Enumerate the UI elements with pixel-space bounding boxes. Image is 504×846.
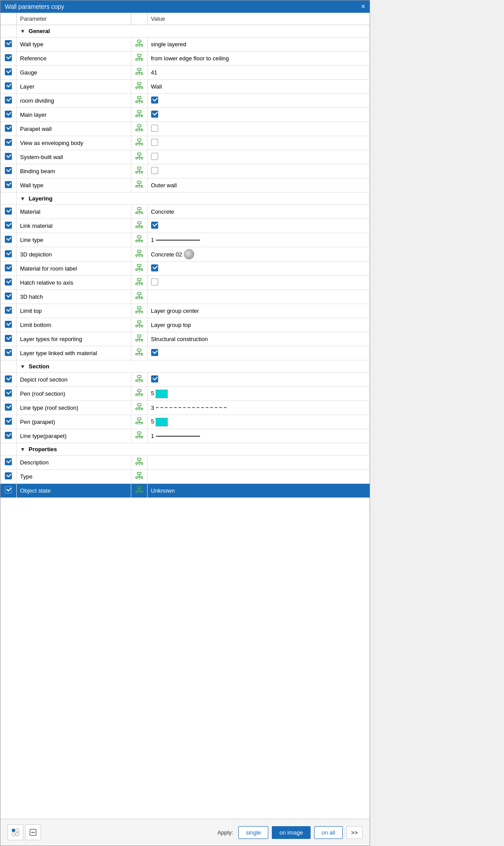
row-anchor[interactable] xyxy=(131,415,147,429)
table-row[interactable]: Reference from lower edge floor to ceili… xyxy=(0,52,370,66)
row-checkbox[interactable] xyxy=(0,52,16,66)
table-row[interactable]: View as enveloping body xyxy=(0,136,370,150)
table-row[interactable]: Pen (parapet) 5 xyxy=(0,415,370,429)
row-anchor[interactable] xyxy=(131,52,147,66)
row-checkbox[interactable] xyxy=(0,456,16,470)
table-row[interactable]: Description xyxy=(0,456,370,470)
row-checkbox[interactable] xyxy=(0,429,16,443)
row-anchor[interactable] xyxy=(131,219,147,233)
row-anchor[interactable] xyxy=(131,66,147,80)
row-checkbox[interactable] xyxy=(0,219,16,233)
row-anchor[interactable] xyxy=(131,484,147,498)
row-checkbox[interactable] xyxy=(0,108,16,122)
row-checkbox[interactable] xyxy=(0,205,16,219)
section-header-row[interactable]: ▼ General xyxy=(0,25,370,37)
row-anchor[interactable] xyxy=(131,205,147,219)
table-row[interactable]: Hatch relative to axis xyxy=(0,276,370,290)
row-anchor[interactable] xyxy=(131,178,147,193)
row-anchor[interactable] xyxy=(131,247,147,262)
row-anchor[interactable] xyxy=(131,401,147,415)
row-anchor[interactable] xyxy=(131,136,147,150)
row-anchor[interactable] xyxy=(131,387,147,401)
table-row[interactable]: Limit bottom Layer group top xyxy=(0,318,370,332)
row-anchor[interactable] xyxy=(131,94,147,108)
row-checkbox[interactable] xyxy=(0,233,16,247)
apply-on-image-button[interactable]: on image xyxy=(272,826,310,839)
row-anchor[interactable] xyxy=(131,470,147,484)
row-checkbox[interactable] xyxy=(0,332,16,346)
row-anchor[interactable] xyxy=(131,456,147,470)
row-anchor[interactable] xyxy=(131,37,147,52)
row-checkbox[interactable] xyxy=(0,304,16,318)
row-anchor[interactable] xyxy=(131,80,147,94)
table-row[interactable]: Layer Wall xyxy=(0,80,370,94)
row-anchor[interactable] xyxy=(131,108,147,122)
row-anchor[interactable] xyxy=(131,276,147,290)
table-row[interactable]: Layer types for reporting Structural con… xyxy=(0,332,370,346)
table-row[interactable]: Pen (roof section) 5 xyxy=(0,387,370,401)
row-anchor[interactable] xyxy=(131,122,147,136)
table-row[interactable]: Type xyxy=(0,470,370,484)
table-row[interactable]: Wall type single layered xyxy=(0,37,370,52)
table-row[interactable]: Line type (roof section) 3 xyxy=(0,401,370,415)
row-anchor[interactable] xyxy=(131,304,147,318)
row-checkbox[interactable] xyxy=(0,136,16,150)
table-row[interactable]: Depict roof section xyxy=(0,373,370,387)
row-anchor[interactable] xyxy=(131,373,147,387)
row-checkbox[interactable] xyxy=(0,262,16,276)
row-anchor[interactable] xyxy=(131,262,147,276)
row-anchor[interactable] xyxy=(131,150,147,164)
row-checkbox[interactable] xyxy=(0,484,16,498)
row-checkbox[interactable] xyxy=(0,66,16,80)
row-anchor[interactable] xyxy=(131,332,147,346)
table-row[interactable]: Object state Unknown xyxy=(0,484,370,498)
row-checkbox[interactable] xyxy=(0,470,16,484)
row-checkbox[interactable] xyxy=(0,80,16,94)
row-anchor[interactable] xyxy=(131,290,147,304)
row-checkbox[interactable] xyxy=(0,290,16,304)
table-row[interactable]: 3D depiction Concrete 02 xyxy=(0,247,370,262)
row-checkbox[interactable] xyxy=(0,373,16,387)
row-checkbox[interactable] xyxy=(0,346,16,360)
row-checkbox[interactable] xyxy=(0,401,16,415)
row-anchor[interactable] xyxy=(131,318,147,332)
table-row[interactable]: Gauge 41 xyxy=(0,66,370,80)
row-checkbox[interactable] xyxy=(0,150,16,164)
section-header-row[interactable]: ▼ Properties xyxy=(0,443,370,456)
row-checkbox[interactable] xyxy=(0,415,16,429)
row-checkbox[interactable] xyxy=(0,387,16,401)
select-all-button[interactable] xyxy=(7,824,23,840)
table-row[interactable]: Parapet wall xyxy=(0,122,370,136)
row-anchor[interactable] xyxy=(131,164,147,178)
row-anchor[interactable] xyxy=(131,233,147,247)
row-checkbox[interactable] xyxy=(0,164,16,178)
table-row[interactable]: Material Concrete xyxy=(0,205,370,219)
row-checkbox[interactable] xyxy=(0,94,16,108)
row-checkbox[interactable] xyxy=(0,122,16,136)
table-row[interactable]: System-built wall xyxy=(0,150,370,164)
arrow-button[interactable]: >> xyxy=(346,826,363,839)
row-checkbox[interactable] xyxy=(0,318,16,332)
apply-on-all-button[interactable]: on all xyxy=(314,826,343,839)
row-checkbox[interactable] xyxy=(0,247,16,262)
table-row[interactable]: Line type 1 xyxy=(0,233,370,247)
table-row[interactable]: room dividing xyxy=(0,94,370,108)
table-row[interactable]: 3D hatch xyxy=(0,290,370,304)
row-checkbox[interactable] xyxy=(0,37,16,52)
table-row[interactable]: Layer type linked with material xyxy=(0,346,370,360)
apply-single-button[interactable]: single xyxy=(238,826,268,839)
table-row[interactable]: Main layer xyxy=(0,108,370,122)
row-anchor[interactable] xyxy=(131,346,147,360)
row-checkbox[interactable] xyxy=(0,276,16,290)
table-row[interactable]: Wall type Outer wall xyxy=(0,178,370,193)
deselect-button[interactable] xyxy=(25,824,41,840)
close-button[interactable]: × xyxy=(361,3,365,10)
table-row[interactable]: Link material xyxy=(0,219,370,233)
table-row[interactable]: Limit top Layer group center xyxy=(0,304,370,318)
row-anchor[interactable] xyxy=(131,429,147,443)
table-row[interactable]: Line type(parapet) 1 xyxy=(0,429,370,443)
section-header-row[interactable]: ▼ Layering xyxy=(0,193,370,205)
section-header-row[interactable]: ▼ Section xyxy=(0,360,370,373)
row-checkbox[interactable] xyxy=(0,178,16,193)
table-row[interactable]: Material for room label xyxy=(0,262,370,276)
